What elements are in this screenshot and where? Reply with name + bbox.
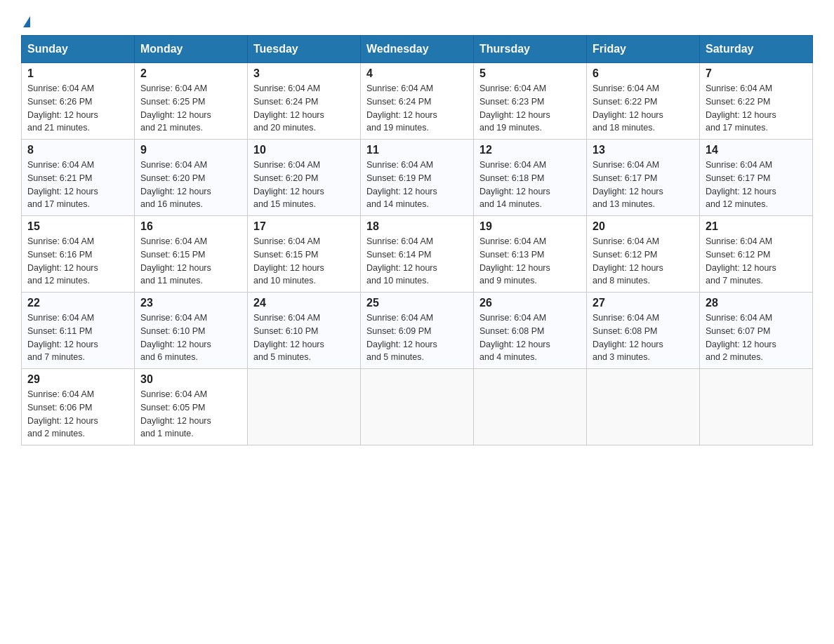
- page-header: [21, 14, 813, 28]
- day-info: Sunrise: 6:04 AMSunset: 6:24 PMDaylight:…: [253, 82, 355, 135]
- day-info: Sunrise: 6:04 AMSunset: 6:20 PMDaylight:…: [140, 159, 241, 211]
- calendar-cell: [700, 369, 813, 445]
- day-info: Sunrise: 6:04 AMSunset: 6:16 PMDaylight:…: [27, 235, 128, 288]
- calendar-cell: 21Sunrise: 6:04 AMSunset: 6:12 PMDayligh…: [700, 216, 813, 293]
- day-info: Sunrise: 6:04 AMSunset: 6:23 PMDaylight:…: [479, 82, 581, 135]
- weekday-header-monday: Monday: [135, 36, 248, 63]
- calendar-cell: 15Sunrise: 6:04 AMSunset: 6:16 PMDayligh…: [22, 216, 135, 293]
- day-number: 22: [27, 297, 128, 309]
- day-number: 23: [140, 297, 241, 309]
- day-number: 29: [27, 373, 128, 386]
- day-info: Sunrise: 6:04 AMSunset: 6:05 PMDaylight:…: [140, 388, 241, 441]
- weekday-header-friday: Friday: [587, 36, 700, 63]
- day-info: Sunrise: 6:04 AMSunset: 6:10 PMDaylight:…: [140, 311, 241, 364]
- day-info: Sunrise: 6:04 AMSunset: 6:22 PMDaylight:…: [593, 82, 694, 135]
- day-info: Sunrise: 6:04 AMSunset: 6:24 PMDaylight:…: [366, 82, 468, 135]
- calendar-week-row: 15Sunrise: 6:04 AMSunset: 6:16 PMDayligh…: [22, 216, 813, 293]
- day-info: Sunrise: 6:04 AMSunset: 6:08 PMDaylight:…: [479, 311, 581, 364]
- day-number: 2: [140, 67, 241, 80]
- weekday-header-wednesday: Wednesday: [361, 36, 474, 63]
- day-info: Sunrise: 6:04 AMSunset: 6:20 PMDaylight:…: [253, 159, 355, 211]
- calendar-cell: 8Sunrise: 6:04 AMSunset: 6:21 PMDaylight…: [22, 140, 135, 216]
- logo: [21, 14, 30, 28]
- day-info: Sunrise: 6:04 AMSunset: 6:15 PMDaylight:…: [253, 235, 355, 288]
- calendar-cell: 22Sunrise: 6:04 AMSunset: 6:11 PMDayligh…: [22, 293, 135, 369]
- day-info: Sunrise: 6:04 AMSunset: 6:12 PMDaylight:…: [593, 235, 694, 288]
- day-number: 8: [27, 144, 128, 156]
- day-number: 11: [366, 144, 468, 156]
- calendar-cell: 29Sunrise: 6:04 AMSunset: 6:06 PMDayligh…: [22, 369, 135, 445]
- calendar-week-row: 1Sunrise: 6:04 AMSunset: 6:26 PMDaylight…: [22, 63, 813, 140]
- day-number: 3: [253, 67, 355, 80]
- calendar-cell: 19Sunrise: 6:04 AMSunset: 6:13 PMDayligh…: [474, 216, 587, 293]
- day-number: 14: [706, 144, 807, 156]
- day-number: 27: [593, 297, 694, 309]
- weekday-header-saturday: Saturday: [700, 36, 813, 63]
- day-number: 9: [140, 144, 241, 156]
- day-number: 12: [479, 144, 581, 156]
- calendar-cell: 2Sunrise: 6:04 AMSunset: 6:25 PMDaylight…: [135, 63, 248, 140]
- calendar-cell: 16Sunrise: 6:04 AMSunset: 6:15 PMDayligh…: [135, 216, 248, 293]
- day-info: Sunrise: 6:04 AMSunset: 6:22 PMDaylight:…: [706, 82, 807, 135]
- day-info: Sunrise: 6:04 AMSunset: 6:13 PMDaylight:…: [479, 235, 581, 288]
- day-number: 25: [366, 297, 468, 309]
- day-info: Sunrise: 6:04 AMSunset: 6:08 PMDaylight:…: [593, 311, 694, 364]
- day-info: Sunrise: 6:04 AMSunset: 6:26 PMDaylight:…: [27, 82, 128, 135]
- day-info: Sunrise: 6:04 AMSunset: 6:09 PMDaylight:…: [366, 311, 468, 364]
- day-info: Sunrise: 6:04 AMSunset: 6:25 PMDaylight:…: [140, 82, 241, 135]
- day-number: 17: [253, 220, 355, 233]
- weekday-header-tuesday: Tuesday: [248, 36, 361, 63]
- day-info: Sunrise: 6:04 AMSunset: 6:18 PMDaylight:…: [479, 159, 581, 211]
- calendar-week-row: 29Sunrise: 6:04 AMSunset: 6:06 PMDayligh…: [22, 369, 813, 445]
- day-number: 4: [366, 67, 468, 80]
- calendar-cell: 26Sunrise: 6:04 AMSunset: 6:08 PMDayligh…: [474, 293, 587, 369]
- calendar-cell: 1Sunrise: 6:04 AMSunset: 6:26 PMDaylight…: [22, 63, 135, 140]
- calendar-cell: 30Sunrise: 6:04 AMSunset: 6:05 PMDayligh…: [135, 369, 248, 445]
- day-number: 21: [706, 220, 807, 233]
- calendar-table: SundayMondayTuesdayWednesdayThursdayFrid…: [21, 35, 813, 445]
- calendar-week-row: 8Sunrise: 6:04 AMSunset: 6:21 PMDaylight…: [22, 140, 813, 216]
- calendar-cell: 4Sunrise: 6:04 AMSunset: 6:24 PMDaylight…: [361, 63, 474, 140]
- calendar-cell: 7Sunrise: 6:04 AMSunset: 6:22 PMDaylight…: [700, 63, 813, 140]
- weekday-header-thursday: Thursday: [474, 36, 587, 63]
- calendar-cell: [248, 369, 361, 445]
- weekday-header-sunday: Sunday: [22, 36, 135, 63]
- day-info: Sunrise: 6:04 AMSunset: 6:07 PMDaylight:…: [706, 311, 807, 364]
- calendar-cell: 18Sunrise: 6:04 AMSunset: 6:14 PMDayligh…: [361, 216, 474, 293]
- calendar-cell: 17Sunrise: 6:04 AMSunset: 6:15 PMDayligh…: [248, 216, 361, 293]
- day-number: 10: [253, 144, 355, 156]
- day-info: Sunrise: 6:04 AMSunset: 6:17 PMDaylight:…: [706, 159, 807, 211]
- calendar-week-row: 22Sunrise: 6:04 AMSunset: 6:11 PMDayligh…: [22, 293, 813, 369]
- calendar-cell: 6Sunrise: 6:04 AMSunset: 6:22 PMDaylight…: [587, 63, 700, 140]
- logo-arrow-icon: [23, 16, 30, 27]
- day-info: Sunrise: 6:04 AMSunset: 6:21 PMDaylight:…: [27, 159, 128, 211]
- calendar-cell: 25Sunrise: 6:04 AMSunset: 6:09 PMDayligh…: [361, 293, 474, 369]
- day-number: 26: [479, 297, 581, 309]
- day-number: 1: [27, 67, 128, 80]
- weekday-header-row: SundayMondayTuesdayWednesdayThursdayFrid…: [22, 36, 813, 63]
- calendar-cell: 28Sunrise: 6:04 AMSunset: 6:07 PMDayligh…: [700, 293, 813, 369]
- calendar-cell: 5Sunrise: 6:04 AMSunset: 6:23 PMDaylight…: [474, 63, 587, 140]
- calendar-cell: [587, 369, 700, 445]
- day-number: 15: [27, 220, 128, 233]
- day-info: Sunrise: 6:04 AMSunset: 6:11 PMDaylight:…: [27, 311, 128, 364]
- calendar-cell: 14Sunrise: 6:04 AMSunset: 6:17 PMDayligh…: [700, 140, 813, 216]
- calendar-cell: 11Sunrise: 6:04 AMSunset: 6:19 PMDayligh…: [361, 140, 474, 216]
- day-info: Sunrise: 6:04 AMSunset: 6:12 PMDaylight:…: [706, 235, 807, 288]
- day-number: 7: [706, 67, 807, 80]
- calendar-cell: 24Sunrise: 6:04 AMSunset: 6:10 PMDayligh…: [248, 293, 361, 369]
- calendar-cell: 3Sunrise: 6:04 AMSunset: 6:24 PMDaylight…: [248, 63, 361, 140]
- day-info: Sunrise: 6:04 AMSunset: 6:06 PMDaylight:…: [27, 388, 128, 441]
- calendar-cell: 13Sunrise: 6:04 AMSunset: 6:17 PMDayligh…: [587, 140, 700, 216]
- day-info: Sunrise: 6:04 AMSunset: 6:19 PMDaylight:…: [366, 159, 468, 211]
- day-number: 24: [253, 297, 355, 309]
- day-info: Sunrise: 6:04 AMSunset: 6:15 PMDaylight:…: [140, 235, 241, 288]
- day-number: 28: [706, 297, 807, 309]
- day-number: 5: [479, 67, 581, 80]
- day-number: 16: [140, 220, 241, 233]
- calendar-cell: 27Sunrise: 6:04 AMSunset: 6:08 PMDayligh…: [587, 293, 700, 369]
- calendar-cell: 12Sunrise: 6:04 AMSunset: 6:18 PMDayligh…: [474, 140, 587, 216]
- calendar-cell: 20Sunrise: 6:04 AMSunset: 6:12 PMDayligh…: [587, 216, 700, 293]
- day-number: 13: [593, 144, 694, 156]
- calendar-cell: 10Sunrise: 6:04 AMSunset: 6:20 PMDayligh…: [248, 140, 361, 216]
